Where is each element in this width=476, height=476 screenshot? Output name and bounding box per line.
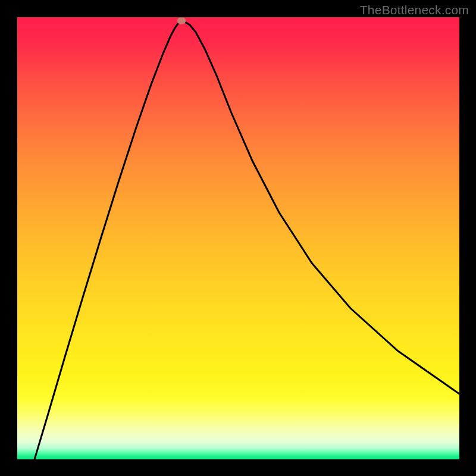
bottleneck-curve-path [35,22,459,459]
optimum-marker [177,18,186,24]
bottleneck-curve-svg [17,17,459,459]
chart-plot-area [17,17,459,459]
watermark-text: TheBottleneck.com [360,3,469,17]
